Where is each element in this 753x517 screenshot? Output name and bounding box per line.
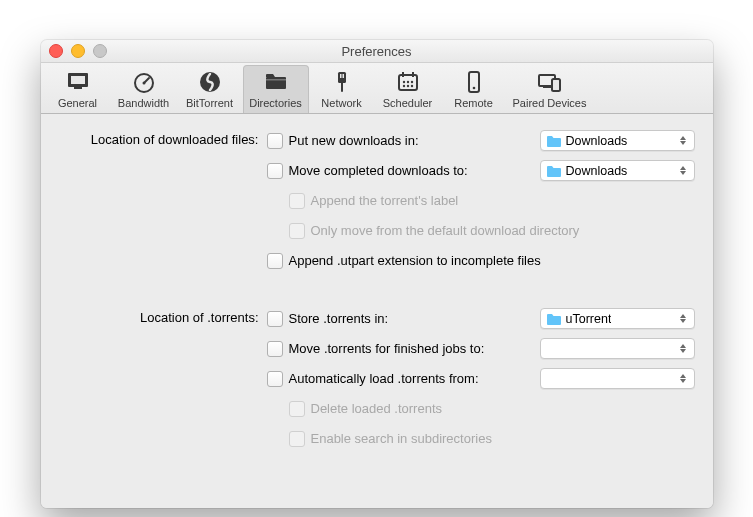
checkbox-delete-loaded [289,401,305,417]
checkbox-move-finished[interactable] [267,341,283,357]
checkbox-label: Append .utpart extension to incomplete f… [289,253,541,268]
tab-label: General [58,97,97,109]
scheduler-icon [395,69,421,95]
checkbox-utpart[interactable] [267,253,283,269]
toolbar: General Bandwidth BitTorrent Directories… [41,63,713,114]
checkbox-autoload[interactable] [267,371,283,387]
checkbox-append-label [289,193,305,209]
network-icon [329,69,355,95]
chevron-updown-icon [676,369,690,388]
popup-value: Downloads [566,164,628,178]
checkbox-only-move [289,223,305,239]
row-put-new: Put new downloads in: Downloads [267,130,695,151]
row-store: Store .torrents in: uTorrent [267,308,695,329]
section-label: Location of downloaded files: [59,130,267,280]
chevron-updown-icon [676,131,690,150]
popup-value: uTorrent [566,312,612,326]
checkbox-label: Delete loaded .torrents [311,401,443,416]
bittorrent-icon [197,69,223,95]
traffic-lights [41,44,107,58]
row-move-finished: Move .torrents for finished jobs to: [267,338,695,359]
svg-point-5 [142,82,145,85]
bandwidth-icon [131,69,157,95]
popup-autoload[interactable] [540,368,695,389]
tab-label: Directories [249,97,302,109]
tab-scheduler[interactable]: Scheduler [375,65,441,113]
directories-icon [263,69,289,95]
chevron-updown-icon [676,309,690,328]
section-torrents: Location of .torrents: Store .torrents i… [59,308,695,458]
checkbox-label: Append the torrent's label [311,193,459,208]
svg-point-18 [410,81,412,83]
checkbox-enable-search [289,431,305,447]
row-append-label: Append the torrent's label [267,190,695,211]
general-icon [65,69,91,95]
row-autoload: Automatically load .torrents from: [267,368,695,389]
checkbox-label: Move completed downloads to: [289,163,468,178]
svg-point-19 [402,85,404,87]
window-title: Preferences [41,44,713,59]
svg-point-23 [472,87,475,90]
svg-point-17 [406,81,408,83]
popup-store[interactable]: uTorrent [540,308,695,329]
titlebar: Preferences [41,40,713,63]
svg-rect-11 [342,74,344,78]
svg-rect-10 [340,74,342,78]
section-label: Location of .torrents: [59,308,267,458]
row-utpart: Append .utpart extension to incomplete f… [267,250,695,271]
checkbox-label: Enable search in subdirectories [311,431,492,446]
chevron-updown-icon [676,339,690,358]
svg-rect-26 [552,79,560,91]
tab-label: Network [321,97,361,109]
folder-icon [547,135,561,147]
tab-bandwidth[interactable]: Bandwidth [111,65,177,113]
row-move-completed: Move completed downloads to: Downloads [267,160,695,181]
tab-network[interactable]: Network [309,65,375,113]
svg-rect-1 [71,76,85,84]
popup-move-finished[interactable] [540,338,695,359]
content-area: Location of downloaded files: Put new do… [41,114,713,508]
zoom-icon [93,44,107,58]
tab-directories[interactable]: Directories [243,65,309,113]
folder-icon [547,313,561,325]
folder-icon [547,165,561,177]
svg-rect-25 [543,86,551,88]
minimize-icon[interactable] [71,44,85,58]
checkbox-move-completed[interactable] [267,163,283,179]
popup-value: Downloads [566,134,628,148]
svg-rect-2 [74,87,82,89]
row-enable-search: Enable search in subdirectories [267,428,695,449]
paired-devices-icon [536,69,562,95]
row-only-move: Only move from the default download dire… [267,220,695,241]
tab-label: BitTorrent [186,97,233,109]
checkbox-label: Move .torrents for finished jobs to: [289,341,485,356]
row-delete-loaded: Delete loaded .torrents [267,398,695,419]
checkbox-label: Only move from the default download dire… [311,223,580,238]
tab-general[interactable]: General [45,65,111,113]
svg-point-16 [402,81,404,83]
close-icon[interactable] [49,44,63,58]
preferences-window: Preferences General Bandwidth BitTorrent… [41,40,713,508]
tab-paired-devices[interactable]: Paired Devices [507,65,593,113]
tab-remote[interactable]: Remote [441,65,507,113]
svg-rect-9 [338,72,346,83]
tab-bittorrent[interactable]: BitTorrent [177,65,243,113]
tab-label: Scheduler [383,97,433,109]
popup-put-new[interactable]: Downloads [540,130,695,151]
svg-point-20 [406,85,408,87]
chevron-updown-icon [676,161,690,180]
tab-label: Paired Devices [513,97,587,109]
section-downloaded: Location of downloaded files: Put new do… [59,130,695,280]
svg-point-21 [410,85,412,87]
tab-label: Bandwidth [118,97,169,109]
checkbox-store[interactable] [267,311,283,327]
checkbox-label: Automatically load .torrents from: [289,371,479,386]
checkbox-put-new[interactable] [267,133,283,149]
svg-rect-8 [266,79,286,81]
checkbox-label: Put new downloads in: [289,133,419,148]
tab-label: Remote [454,97,493,109]
popup-move-completed[interactable]: Downloads [540,160,695,181]
checkbox-label: Store .torrents in: [289,311,389,326]
svg-rect-7 [266,77,286,89]
remote-icon [461,69,487,95]
